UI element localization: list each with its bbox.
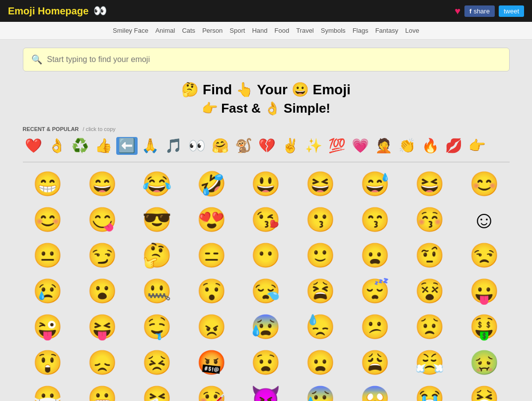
- nav-item-smiley-face[interactable]: Smiley Face: [113, 27, 149, 34]
- emoji-item[interactable]: 🤑: [459, 311, 510, 343]
- nav-item-person[interactable]: Person: [202, 27, 223, 34]
- emoji-item[interactable]: 😑: [186, 240, 237, 271]
- emoji-item[interactable]: 😊: [459, 168, 510, 200]
- emoji-item[interactable]: 😕: [350, 311, 400, 343]
- emoji-item[interactable]: 😲: [23, 347, 74, 379]
- emoji-item[interactable]: 😅: [350, 168, 400, 200]
- popular-emoji[interactable]: 💯: [326, 137, 348, 155]
- popular-emoji[interactable]: ✨: [303, 137, 324, 155]
- popular-emoji[interactable]: 👍: [93, 137, 114, 155]
- popular-emoji[interactable]: 🤗: [210, 137, 231, 155]
- emoji-item[interactable]: 🤣: [186, 168, 237, 200]
- popular-emoji[interactable]: 💗: [350, 137, 371, 155]
- emoji-item[interactable]: 😣: [132, 347, 182, 379]
- emoji-item[interactable]: 😦: [295, 347, 346, 379]
- site-title: Emoji Homepage: [8, 5, 88, 17]
- popular-emoji[interactable]: ♻️: [70, 137, 91, 155]
- emoji-item[interactable]: 😁: [23, 168, 74, 200]
- emoji-item[interactable]: 😢: [23, 275, 74, 307]
- nav-item-fantasy[interactable]: Fantasy: [375, 27, 398, 34]
- nav-item-flags[interactable]: Flags: [353, 27, 369, 34]
- nav-item-animal[interactable]: Animal: [155, 27, 175, 34]
- emoji-item[interactable]: 😍: [186, 204, 237, 236]
- emoji-item[interactable]: 😗: [295, 204, 346, 236]
- emoji-item[interactable]: 😱: [350, 383, 400, 401]
- emoji-item[interactable]: 🤬: [186, 347, 237, 379]
- emoji-item[interactable]: 😙: [350, 204, 400, 236]
- nav-item-travel[interactable]: Travel: [296, 27, 314, 34]
- emoji-item[interactable]: 😩: [350, 347, 400, 379]
- emoji-item[interactable]: 🤔: [132, 240, 182, 271]
- nav-item-hand[interactable]: Hand: [252, 27, 267, 34]
- emoji-item[interactable]: 🤨: [404, 240, 455, 271]
- tweet-button[interactable]: tweet: [499, 5, 524, 17]
- emoji-item[interactable]: 😭: [404, 383, 455, 401]
- emoji-item[interactable]: 😷: [23, 383, 74, 401]
- nav-item-symbols[interactable]: Symbols: [321, 27, 346, 34]
- popular-emoji[interactable]: 👀: [186, 137, 208, 155]
- emoji-item[interactable]: 😯: [186, 275, 237, 307]
- emoji-item[interactable]: 😊: [23, 204, 74, 236]
- emoji-item[interactable]: 😤: [404, 347, 455, 379]
- emoji-item[interactable]: 😟: [404, 311, 455, 343]
- emoji-item[interactable]: 🙂: [295, 240, 346, 271]
- emoji-item[interactable]: 😆: [295, 168, 346, 200]
- emoji-item[interactable]: 😫: [295, 275, 346, 307]
- emoji-item[interactable]: 😝: [77, 311, 128, 343]
- popular-emoji[interactable]: 🎵: [163, 137, 184, 155]
- emoji-item[interactable]: 🤒: [186, 383, 237, 401]
- emoji-item[interactable]: 🤤: [132, 311, 182, 343]
- emoji-item[interactable]: 🤢: [459, 347, 510, 379]
- popular-emoji[interactable]: 👌: [46, 137, 68, 155]
- emoji-item[interactable]: 😈: [241, 383, 292, 401]
- emoji-item[interactable]: 😄: [77, 168, 128, 200]
- emoji-item[interactable]: 😂: [132, 168, 182, 200]
- emoji-item[interactable]: 😮: [77, 275, 128, 307]
- emoji-item[interactable]: 😒: [459, 240, 510, 271]
- emoji-item[interactable]: 🤮: [459, 383, 510, 401]
- emoji-item[interactable]: 😆: [404, 168, 455, 200]
- popular-emoji[interactable]: ✌️: [280, 137, 301, 155]
- nav-item-love[interactable]: Love: [405, 27, 419, 34]
- nav-item-cats[interactable]: Cats: [182, 27, 195, 34]
- emoji-item[interactable]: 😰: [295, 383, 346, 401]
- emoji-item[interactable]: 😴: [350, 275, 400, 307]
- nav-item-sport[interactable]: Sport: [229, 27, 245, 34]
- emoji-item[interactable]: 😎: [132, 204, 182, 236]
- emoji-item[interactable]: 🤧: [132, 383, 182, 401]
- emoji-item[interactable]: 😞: [77, 347, 128, 379]
- emoji-item[interactable]: 😃: [241, 168, 292, 200]
- emoji-item[interactable]: 😶: [241, 240, 292, 271]
- popular-emoji[interactable]: 💔: [256, 137, 278, 155]
- emoji-item[interactable]: 😋: [77, 204, 128, 236]
- facebook-share-button[interactable]: share: [464, 5, 495, 17]
- emoji-item[interactable]: 😘: [241, 204, 292, 236]
- popular-emoji[interactable]: 🤦: [373, 137, 394, 155]
- nav-item-food[interactable]: Food: [274, 27, 289, 34]
- emoji-item[interactable]: 😦: [350, 240, 400, 271]
- popular-emoji[interactable]: 👏: [396, 137, 418, 155]
- emoji-item[interactable]: 😐: [23, 240, 74, 271]
- emoji-item[interactable]: 😓: [295, 311, 346, 343]
- search-input[interactable]: [47, 55, 501, 64]
- emoji-item[interactable]: ☺️: [459, 204, 510, 236]
- popular-emoji[interactable]: 🙏: [140, 137, 161, 155]
- emoji-item[interactable]: 😬: [77, 383, 128, 401]
- popular-emoji[interactable]: ⬅️: [116, 137, 138, 155]
- emoji-item[interactable]: 😰: [241, 311, 292, 343]
- emoji-item[interactable]: 🤐: [132, 275, 182, 307]
- popular-emoji[interactable]: 🐒: [233, 137, 254, 155]
- emoji-item[interactable]: 😚: [404, 204, 455, 236]
- emoji-item[interactable]: 😪: [241, 275, 292, 307]
- emoji-item[interactable]: 😧: [241, 347, 292, 379]
- emoji-item[interactable]: 😏: [77, 240, 128, 271]
- heart-icon[interactable]: ♥: [455, 5, 460, 17]
- emoji-item[interactable]: 😵: [404, 275, 455, 307]
- emoji-item[interactable]: 😜: [23, 311, 74, 343]
- emoji-item[interactable]: 😠: [186, 311, 237, 343]
- popular-emoji[interactable]: 💋: [443, 137, 464, 155]
- popular-emoji[interactable]: ❤️: [23, 137, 44, 155]
- popular-emoji[interactable]: 👉: [466, 137, 488, 155]
- emoji-item[interactable]: 😛: [459, 275, 510, 307]
- popular-emoji[interactable]: 🔥: [420, 137, 441, 155]
